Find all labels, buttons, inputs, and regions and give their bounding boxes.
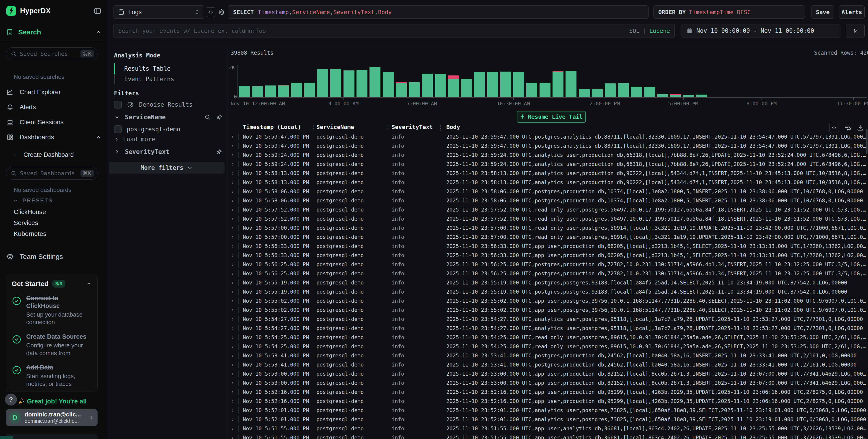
- log-row[interactable]: ›Nov 10 5:52:01.000 PMpostgresql-demoinf…: [228, 415, 868, 424]
- histogram-bar[interactable]: [657, 94, 668, 97]
- log-row[interactable]: ›Nov 10 5:54:27.000 PMpostgresql-demoinf…: [228, 315, 868, 324]
- col-header-timestamp[interactable]: Timestamp (Local): [243, 124, 301, 130]
- expand-row-chevron-icon[interactable]: ›: [231, 380, 234, 386]
- log-row[interactable]: ›Nov 10 5:58:13.000 PMpostgresql-demoinf…: [228, 178, 868, 187]
- mode-event-patterns[interactable]: Event Patterns: [114, 74, 221, 84]
- raw-json-toggle-icon[interactable]: [829, 123, 839, 132]
- histogram-bar[interactable]: [487, 72, 498, 97]
- log-row[interactable]: ›Nov 10 5:54:27.000 PMpostgresql-demoinf…: [228, 324, 868, 333]
- expand-row-chevron-icon[interactable]: ›: [231, 407, 234, 413]
- column-resize-handle[interactable]: [440, 125, 441, 131]
- saved-searches-input[interactable]: Saved Searches ⌘K: [6, 48, 98, 60]
- source-select[interactable]: Logs: [114, 5, 204, 19]
- user-account-button[interactable]: D dominic.tran@clic... dominic.tran@clic…: [6, 409, 98, 426]
- histogram-bar[interactable]: [631, 87, 642, 97]
- histogram-bar[interactable]: [370, 67, 380, 97]
- histogram-bar[interactable]: [356, 70, 367, 97]
- sidebar-item-alerts[interactable]: Alerts: [6, 101, 101, 114]
- histogram-bar[interactable]: [592, 89, 603, 97]
- expand-row-chevron-icon[interactable]: ›: [231, 271, 234, 277]
- histogram-bar[interactable]: [396, 82, 407, 97]
- log-row[interactable]: ›Nov 10 5:59:47.000 PMpostgresql-demoinf…: [228, 132, 868, 141]
- log-row[interactable]: ›Nov 10 5:55:19.000 PMpostgresql-demoinf…: [228, 287, 868, 296]
- collapse-sidebar-icon[interactable]: [94, 7, 101, 15]
- log-row[interactable]: ›Nov 10 5:57:52.000 PMpostgresql-demoinf…: [228, 214, 868, 223]
- expand-row-chevron-icon[interactable]: ›: [231, 426, 234, 432]
- download-icon[interactable]: [857, 124, 864, 131]
- service-checkbox[interactable]: [114, 125, 122, 133]
- events-histogram[interactable]: 2K 0 Nov 10 12:00:00 AM4:00:00 AM7:00:00…: [228, 63, 868, 107]
- histogram-bar[interactable]: [383, 72, 394, 97]
- histogram-bar[interactable]: [343, 70, 354, 97]
- histogram-bar[interactable]: [317, 69, 328, 97]
- column-resize-handle[interactable]: [313, 125, 314, 131]
- expand-row-chevron-icon[interactable]: ›: [231, 435, 234, 439]
- histogram-bar[interactable]: [448, 75, 459, 97]
- date-range-picker[interactable]: Nov 10 00:00:00 - Nov 11 00:00:00: [682, 24, 840, 38]
- get-started-item[interactable]: Add Data Start sending logs, metrics, or…: [11, 364, 92, 388]
- log-row[interactable]: ›Nov 10 5:59:24.000 PMpostgresql-demoinf…: [228, 160, 868, 169]
- preset-services[interactable]: Services: [14, 219, 38, 226]
- save-button[interactable]: Save: [811, 5, 834, 19]
- expand-row-chevron-icon[interactable]: ›: [231, 344, 234, 349]
- expand-row-chevron-icon[interactable]: ›: [231, 252, 234, 258]
- search-icon[interactable]: [205, 114, 211, 120]
- histogram-bar[interactable]: [670, 94, 681, 97]
- log-row[interactable]: ›Nov 10 5:51:55.000 PMpostgresql-demoinf…: [228, 424, 868, 433]
- log-row[interactable]: ›Nov 10 5:56:25.000 PMpostgresql-demoinf…: [228, 260, 868, 269]
- log-row[interactable]: ›Nov 10 5:54:25.000 PMpostgresql-demoinf…: [228, 342, 868, 351]
- mode-results-table[interactable]: Results Table: [114, 63, 221, 74]
- log-row[interactable]: ›Nov 10 5:53:41.000 PMpostgresql-demoinf…: [228, 360, 868, 369]
- log-row[interactable]: ›Nov 10 5:56:33.000 PMpostgresql-demoinf…: [228, 251, 868, 260]
- histogram-bar[interactable]: [565, 71, 577, 97]
- log-row[interactable]: ›Nov 10 5:58:06.000 PMpostgresql-demoinf…: [228, 187, 868, 196]
- event-search-input[interactable]: [118, 28, 625, 34]
- histogram-bar[interactable]: [513, 72, 524, 97]
- expand-row-chevron-icon[interactable]: ›: [231, 325, 234, 331]
- histogram-bar[interactable]: [304, 83, 315, 97]
- histogram-bar[interactable]: [683, 95, 694, 97]
- expand-row-chevron-icon[interactable]: ›: [231, 398, 234, 404]
- expand-row-chevron-icon[interactable]: ›: [231, 416, 234, 422]
- alerts-button[interactable]: Alerts: [839, 5, 865, 19]
- expand-row-chevron-icon[interactable]: ›: [231, 371, 234, 377]
- expand-row-chevron-icon[interactable]: ›: [231, 280, 234, 286]
- query-settings-gear-icon[interactable]: [217, 7, 226, 17]
- code-view-button[interactable]: [206, 7, 215, 17]
- histogram-bar[interactable]: [553, 71, 563, 97]
- expand-row-chevron-icon[interactable]: ›: [231, 261, 234, 268]
- expand-row-chevron-icon[interactable]: ›: [231, 362, 234, 368]
- sidebar-item-client-sessions[interactable]: Client Sessions: [6, 116, 101, 129]
- histogram-bar[interactable]: [265, 86, 276, 97]
- expand-row-chevron-icon[interactable]: ›: [231, 334, 234, 340]
- histogram-bar[interactable]: [330, 69, 341, 97]
- column-resize-handle[interactable]: [388, 125, 389, 131]
- log-row[interactable]: ›Nov 10 5:51:55.000 PMpostgresql-demoinf…: [228, 433, 868, 439]
- expand-row-chevron-icon[interactable]: ›: [231, 225, 234, 231]
- expand-row-chevron-icon[interactable]: ›: [231, 298, 234, 304]
- histogram-bar[interactable]: [435, 74, 446, 97]
- log-row[interactable]: ›Nov 10 5:57:52.000 PMpostgresql-demoinf…: [228, 205, 868, 214]
- wrap-lines-icon[interactable]: [844, 124, 851, 131]
- expand-row-chevron-icon[interactable]: ›: [231, 143, 234, 149]
- expand-row-chevron-icon[interactable]: ›: [231, 179, 234, 185]
- get-started-item[interactable]: Create Data Sources Configure where your…: [11, 333, 92, 357]
- histogram-bar[interactable]: [239, 86, 250, 97]
- histogram-bar[interactable]: [422, 74, 433, 97]
- log-row[interactable]: ›Nov 10 5:59:24.000 PMpostgresql-demoinf…: [228, 151, 868, 160]
- log-row[interactable]: ›Nov 10 5:58:13.000 PMpostgresql-demoinf…: [228, 169, 868, 178]
- expand-row-chevron-icon[interactable]: ›: [231, 188, 234, 194]
- log-row[interactable]: ›Nov 10 5:56:33.000 PMpostgresql-demoinf…: [228, 242, 868, 251]
- scrollbar-thumb[interactable]: [866, 129, 868, 154]
- histogram-bar[interactable]: [500, 71, 511, 97]
- histogram-bar[interactable]: [526, 83, 537, 97]
- pin-icon[interactable]: [216, 149, 222, 155]
- col-header-severitytext[interactable]: SeverityText: [392, 124, 433, 130]
- saved-dashboards-input[interactable]: Saved Dashboards ⌘K: [6, 167, 98, 180]
- chevron-up-icon[interactable]: [86, 281, 92, 287]
- service-filter-option[interactable]: postgresql-demo: [114, 125, 222, 133]
- expand-row-chevron-icon[interactable]: ›: [231, 353, 234, 358]
- histogram-bar[interactable]: [644, 87, 655, 97]
- get-started-item[interactable]: Connect to ClickHouse Set up your databa…: [11, 294, 92, 326]
- log-row[interactable]: ›Nov 10 5:55:19.000 PMpostgresql-demoinf…: [228, 278, 868, 287]
